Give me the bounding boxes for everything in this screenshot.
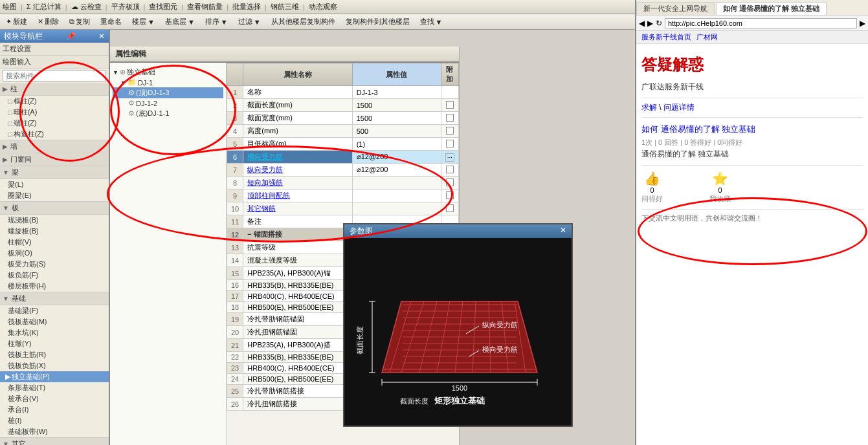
- search-input[interactable]: [3, 70, 106, 81]
- param-dialog-close[interactable]: ✕: [560, 226, 566, 237]
- prop-val[interactable]: [352, 190, 441, 202]
- prop-val[interactable]: [352, 202, 441, 215]
- link-material[interactable]: 广材网: [696, 32, 718, 42]
- right-panel: 新一代安全上网导航 如何 通俗易懂的了解 独立基础 ◀ ▶ ↻ ▶ 服务新干线首…: [635, 0, 868, 445]
- rename-button[interactable]: 重命名: [97, 16, 125, 28]
- nav-item-frame-col[interactable]: □ 框柱(Z): [0, 96, 109, 107]
- copy-from-button[interactable]: 从其他楼层复制构件: [268, 16, 339, 28]
- prop-val[interactable]: DJ-1-3: [352, 86, 441, 99]
- nav-item-pile[interactable]: 桩(I): [0, 415, 109, 426]
- nav-item-slab-hole[interactable]: 板洞(O): [0, 248, 109, 259]
- new-button[interactable]: ✦ 新建: [3, 16, 30, 28]
- qa-link[interactable]: 如何 通俗易懂的了解 独立基础: [641, 124, 755, 134]
- addon-cell[interactable]: ···: [441, 151, 458, 164]
- nav-item-cast-slab[interactable]: 现浇板(B): [0, 215, 109, 226]
- toolbar-view-rebar[interactable]: 查看钢筋量: [187, 2, 223, 12]
- browser-address-bar: ◀ ▶ ↻ ▶: [636, 16, 868, 31]
- nav-item-col-cap[interactable]: 柱帽(V): [0, 237, 109, 248]
- query-button[interactable]: 查找 ▼: [417, 16, 446, 28]
- toolbar-3d[interactable]: 钢筋三维: [271, 2, 299, 12]
- checkbox[interactable]: [446, 166, 454, 173]
- prop-name: 抗震等级: [243, 241, 352, 254]
- back-icon[interactable]: ◀: [639, 19, 645, 28]
- prop-name-link[interactable]: 横向受力筋: [243, 151, 352, 164]
- delete-button[interactable]: ✕ 删除: [34, 16, 62, 28]
- tree-dj1-2[interactable]: ⚙ DJ-1-2: [113, 98, 223, 108]
- toolbar-find[interactable]: 查找图元: [149, 2, 177, 12]
- checkbox[interactable]: [446, 114, 454, 122]
- toolbar-cloud[interactable]: ☁ 云检查: [71, 2, 102, 12]
- toolbar-draw[interactable]: 绘图: [3, 2, 17, 12]
- nav-item-spiral-slab[interactable]: 螺旋板(B): [0, 226, 109, 237]
- copy-button[interactable]: ⧉ 复制: [66, 16, 93, 28]
- toolbar-dynamic[interactable]: 动态观察: [309, 2, 337, 12]
- toolbar-batch[interactable]: 批量选择: [232, 2, 261, 12]
- prop-name-link[interactable]: 短向加强筋: [243, 177, 352, 190]
- checkbox[interactable]: [446, 127, 454, 135]
- nav-item-found-beam[interactable]: 基础梁(F): [0, 305, 109, 316]
- prop-name-link[interactable]: 顶部柱间配筋: [243, 190, 352, 202]
- address-input[interactable]: [665, 18, 857, 28]
- forward-icon[interactable]: ▶: [647, 19, 653, 28]
- nav-item-pile-cap[interactable]: 桩承台(V): [0, 393, 109, 404]
- nav-item-ring-beam[interactable]: 圈梁(E): [0, 190, 109, 201]
- toolbar-calc[interactable]: Σ 汇总计算: [27, 2, 61, 12]
- tree-dj1-1[interactable]: ⚙ (底)DJ-1-1: [113, 108, 223, 119]
- prop-name-link[interactable]: 纵向受力筋: [243, 164, 352, 177]
- nav-item-end-col[interactable]: □ 端柱(Z): [0, 118, 109, 129]
- prop-name-link[interactable]: 其它钢筋: [243, 202, 352, 215]
- nav-item-strip-found[interactable]: 条形基础(T): [0, 382, 109, 393]
- checkbox[interactable]: [446, 191, 454, 199]
- nav-item-cap[interactable]: 承台(I): [0, 404, 109, 415]
- checkbox[interactable]: [446, 179, 454, 186]
- toolbar-align[interactable]: 平齐板顶: [111, 2, 140, 12]
- collect-count: 0: [718, 186, 722, 194]
- nav-item-raft[interactable]: 筏板基础(M): [0, 316, 109, 327]
- nav-item-col-pier[interactable]: 柱墩(Y): [0, 338, 109, 349]
- browser-tab-qa[interactable]: 如何 通俗易懂的了解 独立基础: [716, 2, 827, 15]
- prop-val[interactable]: [352, 177, 441, 190]
- nav-item-pit[interactable]: 集水坑(K): [0, 327, 109, 338]
- prop-val[interactable]: (1): [352, 138, 441, 151]
- nav-project-settings[interactable]: 工程设置: [0, 43, 109, 56]
- panel-pin-icon[interactable]: 📌: [66, 32, 76, 41]
- like-button[interactable]: 👍 0 问得好: [641, 171, 663, 204]
- tree-root[interactable]: ▼ ⊕ 独立基础: [113, 67, 223, 78]
- filter-button[interactable]: 过滤 ▼: [235, 16, 264, 28]
- nav-item-slab-rebar[interactable]: 板受力筋(S): [0, 259, 109, 270]
- component-tree: ▼ ⊕ 独立基础 ▼ 📁 DJ-1 ⚙ (顶)DJ-1-3 ⚙ DJ-1-2: [110, 63, 227, 445]
- nav-draw-input[interactable]: 绘图输入: [0, 56, 109, 69]
- base-layer-button[interactable]: 基底层 ▼: [162, 16, 198, 28]
- nav-item-beam[interactable]: 梁(L): [0, 179, 109, 190]
- nav-item-neg-rebar[interactable]: 板负筋(F): [0, 270, 109, 281]
- nav-item-raft-neg-rebar[interactable]: 筏板负筋(X): [0, 360, 109, 371]
- tree-dj1[interactable]: ▼ 📁 DJ-1: [113, 78, 223, 87]
- browser-tab-nav[interactable]: 新一代安全上网导航: [636, 2, 715, 15]
- checkbox[interactable]: [446, 204, 454, 212]
- panel-close-icon[interactable]: ✕: [98, 32, 105, 41]
- search-link[interactable]: 求解: [641, 103, 657, 112]
- nav-item-isolated-found[interactable]: ▶ 独立基础(P): [0, 371, 109, 382]
- refresh-icon[interactable]: ↻: [656, 19, 662, 28]
- problem-detail-link[interactable]: 问题详情: [663, 103, 695, 112]
- prop-val-highlight[interactable]: ⌀12@200: [352, 151, 441, 164]
- tree-dj1-3-selected[interactable]: ⚙ (顶)DJ-1-3: [113, 87, 223, 98]
- prop-val[interactable]: 1500: [352, 99, 441, 112]
- nav-item-struct-col[interactable]: □ 构造柱(Z): [0, 129, 109, 140]
- collect-button[interactable]: ⭐ 0 我收藏: [709, 171, 731, 204]
- checkbox[interactable]: [446, 140, 454, 147]
- prop-val[interactable]: 1500: [352, 112, 441, 125]
- go-icon[interactable]: ▶: [860, 19, 865, 28]
- nav-item-floor-band[interactable]: 楼层板带(H): [0, 281, 109, 292]
- prop-val[interactable]: ⌀12@200: [352, 164, 441, 177]
- floor-button[interactable]: 楼层 ▼: [129, 16, 158, 28]
- copy-to-button[interactable]: 复制构件到其他楼层: [342, 16, 413, 28]
- prop-val[interactable]: 500: [352, 125, 441, 138]
- nav-item-raft-main-rebar[interactable]: 筏板主筋(R): [0, 349, 109, 360]
- ellipsis-icon[interactable]: ···: [445, 153, 454, 162]
- nav-item-dark-col[interactable]: □ 暗柱(A): [0, 107, 109, 118]
- nav-item-found-band[interactable]: 基础板带(W): [0, 426, 109, 437]
- link-service[interactable]: 服务新干线首页: [641, 32, 691, 42]
- sort-button[interactable]: 排序 ▼: [202, 16, 231, 28]
- checkbox[interactable]: [446, 101, 454, 109]
